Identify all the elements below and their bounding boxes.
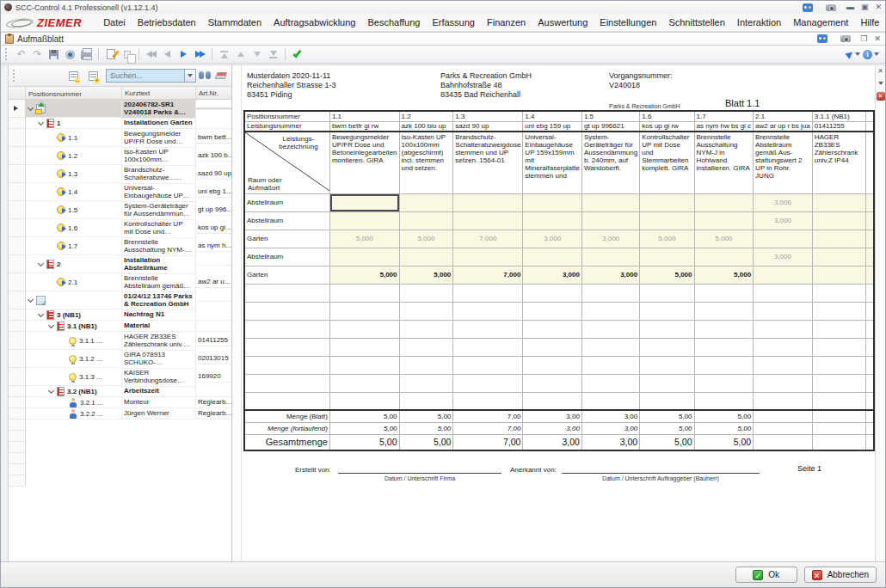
qty-cell[interactable] (453, 248, 523, 266)
screenshot-icon[interactable] (823, 0, 840, 15)
qty-cell[interactable]: 3,000 (754, 211, 813, 230)
tree-row-section[interactable]: 3.2 (NB1) Arbeitszeit (9, 386, 231, 397)
panel-splitter[interactable] (232, 65, 242, 561)
find-button[interactable] (196, 69, 212, 83)
search-input[interactable] (106, 69, 185, 83)
redo-button[interactable]: ↷ (29, 47, 46, 62)
qty-cell[interactable] (453, 193, 523, 211)
collapse-tree-button[interactable] (65, 69, 82, 83)
qty-cell[interactable]: 7,000 (453, 266, 523, 284)
qty-cell[interactable] (523, 248, 582, 266)
expand-tree-button[interactable] (85, 69, 102, 83)
undo-button[interactable]: ↶ (13, 47, 29, 62)
qty-cell[interactable] (399, 193, 453, 211)
qty-cell[interactable] (523, 193, 582, 211)
expand-caret[interactable] (28, 104, 34, 110)
qty-cell[interactable] (812, 248, 866, 266)
qty-cell[interactable] (812, 266, 866, 284)
remote-support-icon[interactable] (814, 32, 830, 46)
qty-cell[interactable] (399, 248, 453, 266)
tree-row-material[interactable]: 3.1.2 ... GIRA 078913 SCHUKO-DREIFACHSTE… (9, 350, 231, 368)
qty-cell[interactable]: 3,000 (523, 230, 582, 248)
menu-erfassung[interactable]: Erfassung (426, 15, 481, 30)
qty-cell[interactable] (453, 211, 523, 230)
menu-betriebsdaten[interactable]: Betriebsdaten (132, 15, 202, 30)
menu-management[interactable]: Management (787, 15, 854, 30)
first-record-button[interactable] (143, 47, 159, 62)
tree-row-position[interactable]: 2.1 Brennstelle Abstellraum gemäß Aus- s… (9, 273, 231, 291)
move-up-button[interactable] (232, 47, 249, 62)
qty-cell[interactable] (812, 230, 866, 248)
tree-row-order[interactable]: 01/24/12 13746 Parks & Recreation GmbH (9, 291, 231, 309)
qty-cell[interactable] (581, 193, 639, 211)
tree-row-position[interactable]: 1.4 Universal-Einbaugehäuse UP 159x159mm… (9, 183, 231, 201)
qty-cell[interactable]: 5,000 (640, 230, 694, 248)
dock-cancel-icon[interactable]: ✕ (877, 92, 885, 101)
qty-cell[interactable]: 3,000 (581, 266, 639, 284)
minimize-button[interactable]: ▬ (846, 3, 854, 11)
qty-cell[interactable]: 5,000 (640, 266, 694, 284)
qty-cell[interactable]: 5,000 (329, 266, 399, 284)
copy-sheet-button[interactable] (119, 47, 135, 62)
tree-row-material[interactable]: 3.1.3 ... KAISER Verbindungsdose IP2X 10… (9, 368, 231, 386)
qty-cell[interactable] (581, 248, 639, 266)
qty-cell[interactable]: 5,000 (329, 230, 399, 248)
qty-cell[interactable]: 3,000 (754, 248, 813, 266)
tree-row-position[interactable]: 1.3 Brandschutz-Schalterabzwe... stemmen… (9, 165, 231, 183)
restore-button[interactable]: ❐ (860, 35, 867, 43)
qty-cell[interactable]: 5,000 (399, 266, 453, 284)
screenshot-icon[interactable] (837, 32, 853, 46)
tree-row-labor[interactable]: 3.2.2 ... Jürgen Werner Regiearb... (9, 408, 231, 420)
tree-row-labor[interactable]: 3.2.1 ... Monteur Regiearb... (9, 397, 231, 408)
dock-close-icon[interactable]: ✕ (877, 68, 883, 75)
tree-row-position[interactable]: 1.7 Brennstelle Ausschaltung NYM-J in Ho… (9, 237, 231, 255)
move-top-button[interactable] (216, 47, 232, 62)
qty-cell[interactable] (694, 193, 754, 211)
expand-caret[interactable] (48, 387, 54, 393)
dock-caret-icon[interactable] (878, 82, 883, 85)
move-bottom-button[interactable] (265, 47, 281, 62)
qty-cell[interactable]: 5,000 (694, 266, 754, 284)
qty-cell[interactable] (640, 248, 694, 266)
tree-row-section[interactable]: 1 Installationen Garten (9, 118, 231, 129)
qty-cell[interactable]: 3,000 (581, 230, 639, 248)
qty-cell[interactable]: 3,000 (523, 266, 582, 284)
qty-cell[interactable]: 7,000 (453, 230, 523, 248)
menu-hilfe[interactable]: Hilfe (854, 15, 885, 30)
expand-caret[interactable] (38, 260, 44, 266)
remote-support-icon[interactable] (800, 0, 816, 15)
ok-button[interactable]: ✓ Ok (735, 567, 797, 583)
menu-schnittstellen[interactable]: Schnittstellen (662, 15, 730, 30)
search-dropdown-button[interactable] (185, 69, 196, 83)
tree-row-position[interactable]: 1.1 Bewegungsmelder UP/FR Dose und Beton… (9, 129, 231, 147)
last-record-button[interactable] (192, 47, 208, 62)
tree-row-material[interactable]: 3.1.1 ... HAGER ZB33ES Zählerschrank uni… (9, 332, 231, 350)
maximize-button[interactable]: ▣ (861, 3, 869, 11)
move-down-button[interactable] (249, 47, 265, 62)
tree-row-section[interactable]: 3 (NB1) Nachtrag N1 (9, 309, 231, 321)
expand-caret[interactable] (38, 119, 44, 125)
tree-row-position[interactable]: 1.5 System-Geräteträger für Aussendämmun… (9, 201, 231, 219)
preview-button[interactable] (62, 47, 78, 62)
menu-auswertung[interactable]: Auswertung (532, 15, 594, 30)
tree-row-project[interactable]: 202406782-SR1 V240018 Parks & Recreation… (9, 100, 231, 118)
print-button[interactable] (78, 47, 95, 62)
qty-cell[interactable]: 5,000 (399, 230, 453, 248)
previous-record-button[interactable] (159, 47, 175, 62)
qty-cell[interactable] (754, 266, 813, 284)
qty-cell[interactable] (581, 211, 639, 230)
qty-cell[interactable] (329, 248, 399, 266)
menu-interaktion[interactable]: Interaktion (731, 15, 787, 30)
selected-qty-cell[interactable] (329, 193, 399, 211)
qty-cell[interactable] (694, 248, 754, 266)
tree-col-positionsnummer[interactable]: Positionsnummer (26, 87, 122, 99)
expand-caret[interactable] (28, 296, 34, 302)
menu-einstellungen[interactable]: Einstellungen (594, 15, 662, 30)
qty-cell[interactable] (754, 230, 813, 248)
save-button[interactable] (46, 47, 62, 62)
close-document-button[interactable]: ✕ (874, 35, 881, 43)
tree-row-position[interactable]: 1.2 Iso-Kasten UP 100x100mm (abgeschirmt… (9, 147, 231, 165)
qty-cell[interactable] (812, 193, 866, 211)
qty-cell[interactable] (640, 211, 694, 230)
menu-beschaffung[interactable]: Beschaffung (361, 15, 426, 30)
